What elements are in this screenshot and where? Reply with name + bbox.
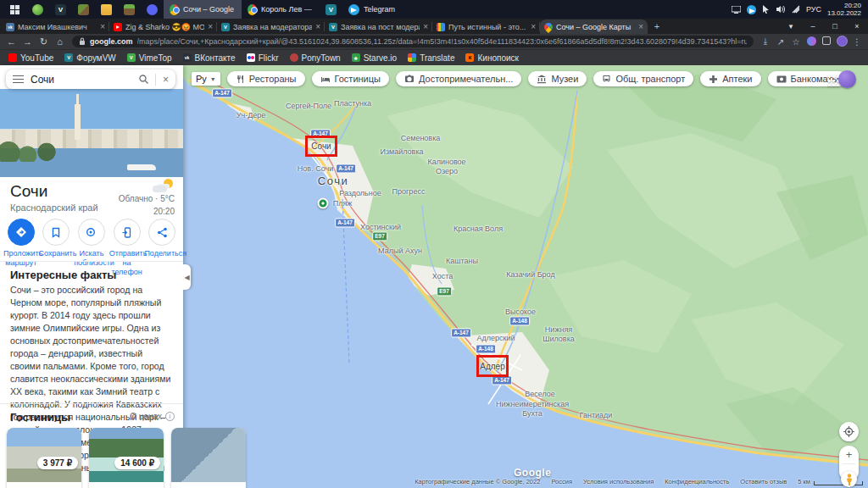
install-icon[interactable]: ⤓ <box>759 36 772 47</box>
bookmark-youtube[interactable]: YouTube <box>8 53 53 63</box>
chip-1[interactable]: Рестораны <box>227 71 305 86</box>
restaurant-icon <box>236 75 245 84</box>
network-icon[interactable] <box>792 5 800 14</box>
hotel-card-3[interactable] <box>171 428 246 488</box>
chip-5[interactable]: Общ. транспорт <box>593 71 693 86</box>
clear-search-icon[interactable]: × <box>163 74 169 86</box>
zoom-in-button[interactable]: + <box>839 446 859 463</box>
new-tab-button[interactable]: + <box>648 21 666 31</box>
map-canvas[interactable]: Ру▼ РестораныГостиницыДостопримечательн.… <box>183 65 868 488</box>
share-icon[interactable]: ↗ <box>774 37 787 47</box>
chip-6[interactable]: Аптеки <box>700 71 760 86</box>
tab-close-icon[interactable]: × <box>423 22 428 31</box>
panel-collapse-button[interactable]: ◀ <box>183 264 191 290</box>
display-icon[interactable] <box>732 6 741 14</box>
bookmark-flickr[interactable]: Flickr <box>247 53 279 63</box>
beach-pin-icon[interactable] <box>318 198 329 209</box>
attribution-link[interactable]: Условия использования <box>583 478 654 485</box>
taskbar-app-folder[interactable] <box>95 0 118 19</box>
taskbar-app-plant[interactable] <box>26 0 49 19</box>
action-share[interactable]: Поделиться <box>144 219 180 276</box>
taskbar-window-4[interactable]: Telegram <box>342 0 401 19</box>
taskbar-window-3[interactable]: V <box>320 0 342 19</box>
maximize-button[interactable]: □ <box>824 22 846 30</box>
chrome-icon <box>170 4 179 15</box>
hotel-card-2[interactable]: 14 600 ₽ <box>89 428 164 488</box>
map-label: Веселое <box>525 390 555 399</box>
taskbar-app-discord[interactable] <box>141 0 164 19</box>
menu-kebab-icon[interactable]: ⋮ <box>850 37 864 47</box>
browser-tab-2[interactable]: Zig & Sharko 😎😡 MONSTER 8× <box>109 19 217 34</box>
bookmark-форумvw[interactable]: VФорумVW <box>64 53 115 63</box>
close-window-button[interactable]: × <box>846 22 868 30</box>
home-button[interactable]: ⌂ <box>53 37 67 47</box>
tab-close-icon[interactable]: × <box>638 22 643 31</box>
reload-button[interactable]: ↻ <box>36 37 51 47</box>
search-box[interactable]: × <box>6 69 175 89</box>
bookmark-translate[interactable]: Translate <box>408 53 454 63</box>
chip-7[interactable]: Банкоматы <box>768 71 848 86</box>
cursor-icon[interactable] <box>762 5 771 14</box>
taskbar-app-v[interactable]: V <box>49 0 72 19</box>
profile-avatar[interactable] <box>835 36 849 48</box>
map-label: Раздольное <box>339 189 381 198</box>
attribution-link[interactable]: Оставить отзыв <box>740 478 787 485</box>
menu-icon[interactable] <box>13 75 24 84</box>
forward-button[interactable]: → <box>20 37 35 47</box>
taskbar-window-1[interactable]: Сочи – Google Кар... <box>164 0 242 19</box>
tab-close-icon[interactable]: × <box>100 22 105 31</box>
account-avatar[interactable] <box>838 70 856 88</box>
my-location-button[interactable] <box>839 422 859 441</box>
address-bar[interactable]: google.com/maps/place/Сочи,+Краснодарски… <box>72 36 754 47</box>
museum-icon <box>537 75 547 84</box>
clock[interactable]: 20:20 13.02.2022 <box>827 2 861 17</box>
language-button[interactable]: Ру▼ <box>192 72 220 86</box>
taskbar-window-title: Король Лев — см... <box>261 5 314 14</box>
language-indicator[interactable]: РУС <box>806 5 821 14</box>
minimize-button[interactable]: – <box>802 22 824 30</box>
tab-title: Zig & Sharko 😎😡 MONSTER 8 <box>125 23 204 31</box>
bookmark-вконтакте[interactable]: vkВКонтакте <box>183 53 236 63</box>
chip-label: Гостиницы <box>335 74 381 84</box>
telegram-tray-icon[interactable] <box>747 5 756 14</box>
bookmark-starve.io[interactable]: ★Starve.io <box>352 53 397 63</box>
attribution-link[interactable]: Конфиденциальность <box>665 478 729 485</box>
vforum-favicon-icon: V <box>221 23 230 31</box>
pegman-icon[interactable] <box>841 471 857 487</box>
tab-close-icon[interactable]: × <box>531 22 536 31</box>
tab-close-icon[interactable]: × <box>208 22 213 31</box>
taskbar-app-minecraft[interactable] <box>118 0 141 19</box>
taskbar-app-game[interactable] <box>72 0 95 19</box>
browser-tab-6[interactable]: Сочи – Google Карты× <box>540 19 648 34</box>
bookmark-vimetop[interactable]: VVimeTop <box>127 53 172 63</box>
chip-4[interactable]: Музеи <box>528 71 587 86</box>
side-panel-icon[interactable] <box>820 36 833 47</box>
price-badge: 14 600 ₽ <box>114 457 160 469</box>
extension-icon[interactable] <box>804 36 818 47</box>
bookmark-star-icon[interactable]: ☆ <box>789 37 803 47</box>
bookmark-кинопоиск[interactable]: ККинопоиск <box>465 53 518 63</box>
browser-tab-1[interactable]: vkМаксим Ивашкевич× <box>2 19 109 34</box>
tab-search-icon[interactable]: ▾ <box>780 22 802 30</box>
google-apps-icon[interactable] <box>828 75 831 78</box>
hotel-card-1[interactable]: 3 977 ₽ <box>7 428 81 488</box>
about-prices-link[interactable]: О ценах i <box>130 412 175 421</box>
browser-tab-3[interactable]: VЗаявка на модератора. - Стран× <box>217 19 325 34</box>
search-input[interactable] <box>31 74 132 86</box>
place-photo[interactable] <box>0 89 183 177</box>
tab-close-icon[interactable]: × <box>315 22 320 31</box>
road-badge: Е97 <box>372 231 387 241</box>
taskbar-window-2[interactable]: Король Лев — см... <box>242 0 320 19</box>
back-button[interactable]: ← <box>4 37 19 47</box>
chip-3[interactable]: Достопримечательн... <box>396 71 521 86</box>
search-icon[interactable] <box>139 75 148 84</box>
attribution-link[interactable]: Россия <box>551 478 572 485</box>
bookmark-ponytown[interactable]: PonyTown <box>290 53 341 63</box>
bookmark-label: YouTube <box>20 53 53 63</box>
browser-tab-5[interactable]: Путь истинный - это... Что тако× <box>432 19 540 34</box>
start-button[interactable] <box>3 0 26 19</box>
info-icon: i <box>165 412 175 421</box>
volume-icon[interactable] <box>776 5 786 14</box>
browser-tab-4[interactable]: VЗаявка на пост модератора, н× <box>325 19 432 34</box>
chip-2[interactable]: Гостиницы <box>312 71 389 86</box>
